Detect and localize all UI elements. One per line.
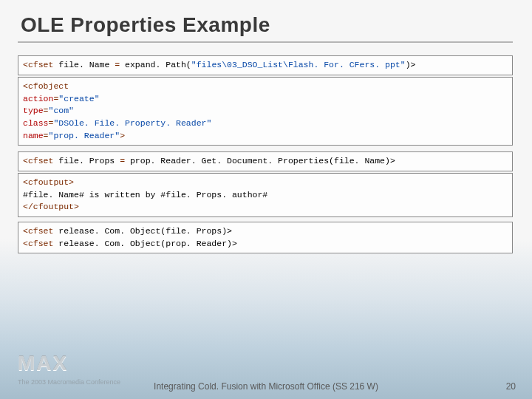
code-token: file. Props: [53, 156, 120, 166]
slide: OLE Properties Example <cfset file. Name…: [0, 0, 532, 399]
code-token: =: [120, 156, 125, 166]
footer-center: Integrating Cold. Fusion with Microsoft …: [0, 381, 532, 392]
code-token: "com": [49, 106, 75, 115]
code-token: release. Com. Object(prop. Reader)>: [53, 239, 236, 248]
title-underline: [18, 41, 513, 43]
code-token: </cfoutput>: [23, 202, 79, 211]
code-block-5: <cfset release. Com. Object(file. Props)…: [18, 222, 513, 253]
code-token: expand. Path(: [120, 60, 191, 69]
code-token: <cfset: [23, 60, 53, 69]
code-token: <cfoutput>: [23, 177, 74, 187]
code-token: "prop. Reader": [49, 131, 120, 140]
footer-brand: MAX: [18, 352, 68, 375]
code-block-4: <cfoutput> #file. Name# is written by #f…: [18, 173, 513, 217]
slide-title: OLE Properties Example: [21, 13, 270, 37]
max-logo: MAX: [18, 352, 68, 375]
page-number: 20: [506, 381, 516, 392]
code-token: #file. Name# is written by #file. Props.…: [23, 190, 267, 200]
code-token: "DSOle. File. Property. Reader": [53, 118, 211, 128]
code-token: <cfset: [23, 156, 53, 166]
code-token: release. Com. Object(file. Props)>: [53, 226, 232, 236]
code-token: "create": [58, 94, 99, 103]
code-block-1: <cfset file. Name = expand. Path("files\…: [18, 55, 513, 75]
code-token: class: [23, 118, 49, 128]
code-token: <cfset: [23, 239, 53, 248]
code-token: <cfobject: [23, 81, 69, 91]
code-block-3: <cfset file. Props = prop. Reader. Get. …: [18, 151, 513, 171]
code-token: <cfset: [23, 226, 53, 236]
code-block-2: <cfobject action="create" type="com" cla…: [18, 77, 513, 146]
code-token: action: [23, 94, 53, 103]
code-token: >: [120, 131, 125, 140]
code-token: type: [23, 106, 44, 115]
code-token: prop. Reader. Get. Document. Properties(…: [125, 156, 395, 166]
code-token: "files\03_DSO_List\Flash. For. CFers. pp…: [191, 60, 406, 69]
code-token: )>: [406, 60, 416, 69]
code-token: file. Name: [53, 60, 115, 69]
code-token: =: [44, 131, 49, 140]
code-token: name: [23, 131, 44, 140]
code-token: =: [44, 106, 49, 115]
